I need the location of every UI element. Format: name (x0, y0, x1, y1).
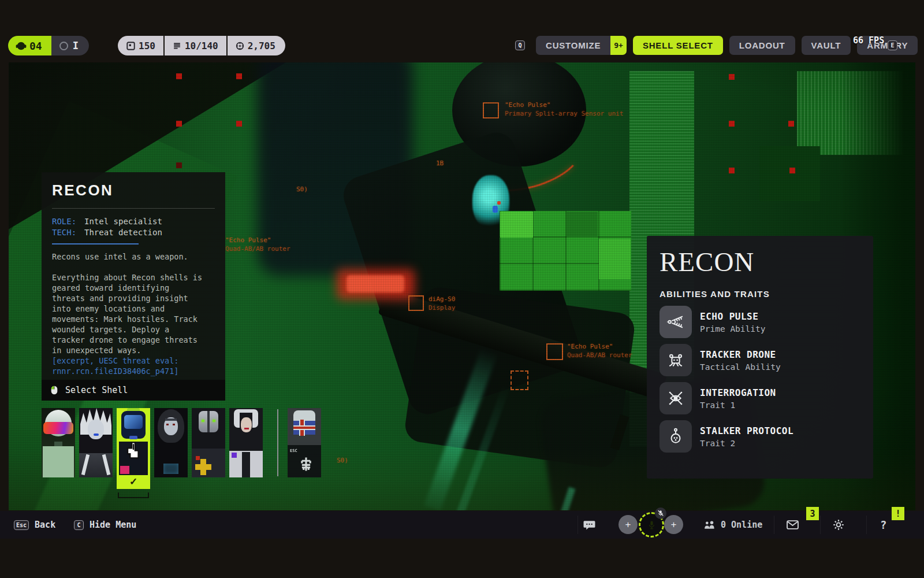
slot-label: I (73, 40, 79, 51)
abilities-panel: RECON ABILITIES AND TRAITS ECHO PULSE Pr… (647, 236, 873, 479)
thumb-scroll-indicator (118, 492, 149, 498)
bottom-bar-separator (820, 516, 821, 534)
shell-thumb-3-selected[interactable]: ✓ (117, 408, 150, 489)
bottom-bar-separator (866, 516, 867, 534)
shell-thumb-4[interactable] (154, 408, 188, 477)
top-hud: 04 I 150 10/140 2,705 Q CUSTOMIZE 9+ SHE… (0, 0, 924, 62)
bottom-bar-separator (578, 516, 578, 534)
abilities-subtitle: ABILITIES AND TRAITS (660, 289, 860, 299)
stat-value: 2,705 (248, 40, 275, 51)
thumb-art (213, 420, 215, 422)
tab-loadout[interactable]: LOADOUT (729, 36, 795, 55)
tech-label: TECH: (52, 227, 84, 238)
squad-number: 04 (29, 40, 42, 52)
thumb-art (124, 415, 143, 429)
shell-description: Everything about Recon shells is geared … (52, 272, 203, 355)
fps-counter: 66 FPS (853, 35, 884, 46)
shell-title: RECON (52, 181, 215, 199)
echo-pulse-icon (666, 313, 685, 331)
thumb-art (173, 424, 175, 425)
tab-shell-select[interactable]: SHELL SELECT (633, 36, 723, 55)
stat-value: 150 (139, 40, 155, 51)
stat-chip-ammo: 10/140 (165, 36, 226, 55)
back-label: Back (35, 520, 55, 530)
ability-type: Trait 2 (700, 439, 793, 448)
bottom-bar-separator (774, 516, 774, 534)
thumb-art (241, 417, 252, 432)
thumb-art (232, 453, 237, 458)
back-button[interactable]: Esc Back (14, 511, 55, 539)
tech-row: TECH:Threat detection (52, 227, 215, 238)
hide-menu-label: Hide Menu (90, 520, 136, 530)
thumb-art (244, 428, 249, 429)
thumb-art (120, 466, 129, 474)
thumb-art (43, 422, 73, 434)
shell-summary: Recons use intel as a weapon. (52, 251, 203, 262)
shield-stat-icon (126, 42, 135, 50)
thumb-art (129, 436, 137, 439)
c-key-hint: C (74, 520, 84, 530)
mic-muted-icon (657, 510, 664, 517)
mail-button[interactable] (787, 511, 799, 539)
thumb-art (202, 420, 204, 422)
online-status: 0 Online (703, 511, 762, 539)
select-shell-label: Select Shell (65, 385, 128, 395)
credits-stat-icon (236, 42, 244, 50)
voice-volume-down-button[interactable]: + (619, 515, 638, 534)
thumb-art (163, 464, 178, 474)
tab-vault[interactable]: VAULT (802, 36, 851, 55)
shell-thumb-2[interactable] (79, 408, 113, 477)
interrogation-icon (666, 389, 685, 407)
shell-thumb-ghost[interactable]: ESC (288, 408, 321, 477)
hide-menu-button[interactable]: C Hide Menu (74, 511, 136, 539)
ghost-rune-glyph (300, 457, 312, 472)
ability-row-tracker-drone[interactable]: TRACKER DRONE Tactical Ability (660, 344, 860, 376)
mic-icon (647, 520, 656, 530)
thumb-row-divider (277, 409, 278, 476)
ability-row-interrogation[interactable]: INTERROGATION Trait 1 (660, 382, 860, 414)
select-shell-button[interactable]: Select Shell (42, 380, 225, 401)
squad-slot: I (51, 36, 89, 55)
stat-value: 10/140 (185, 40, 218, 51)
stat-chip-credits: 2,705 (228, 36, 285, 55)
online-count-label: 0 Online (721, 520, 762, 530)
mic-muted-badge (655, 507, 666, 519)
ability-name: INTERROGATION (700, 387, 776, 398)
players-icon (703, 521, 716, 529)
shell-thumb-6[interactable] (229, 408, 263, 477)
squad-count: 04 (8, 36, 51, 55)
ability-type: Tactical Ability (700, 362, 781, 372)
shell-thumb-1[interactable] (42, 408, 75, 477)
esc-key-hint: Esc (14, 520, 29, 530)
role-row: ROLE:Intel specialist (52, 216, 215, 227)
cursor-hand-icon (126, 442, 141, 461)
role-label: ROLE: (52, 216, 84, 227)
settings-button[interactable] (833, 511, 844, 539)
selected-check-icon: ✓ (117, 476, 150, 488)
envelope-icon (787, 520, 799, 529)
shell-thumb-5[interactable] (192, 408, 225, 477)
role-value: Intel specialist (84, 217, 162, 226)
voice-volume-up-button[interactable]: + (664, 515, 683, 534)
stat-chips: 150 10/140 2,705 (118, 36, 285, 55)
ability-row-echo-pulse[interactable]: ECHO PULSE Prime Ability (660, 306, 860, 338)
ability-row-stalker-protocol[interactable]: STALKER PROTOCOL Trait 2 (660, 420, 860, 453)
ability-name: ECHO PULSE (700, 311, 766, 322)
nav-left-key-hint: Q (515, 40, 525, 50)
thumb-art (43, 446, 74, 477)
help-button[interactable]: ? (880, 511, 886, 539)
shell-thumbnail-row: ✓ ESC (42, 408, 330, 501)
thumb-art (207, 411, 210, 432)
tab-customize[interactable]: CUSTOMIZE (536, 36, 610, 55)
thumb-art (94, 433, 99, 436)
thumb-art (195, 459, 211, 475)
alert-badge: ! (892, 507, 904, 520)
thumb-art (166, 424, 169, 425)
thumb-art (242, 452, 250, 477)
squad-pill: 04 I (8, 36, 89, 55)
chat-button[interactable] (583, 511, 595, 539)
thumb-art (165, 418, 177, 421)
ability-type: Prime Ability (700, 324, 766, 334)
ability-name: TRACKER DRONE (700, 349, 781, 360)
shell-excerpt-link: [excerpt, UESC threat eval: rnnr.rcn.fil… (52, 355, 203, 376)
